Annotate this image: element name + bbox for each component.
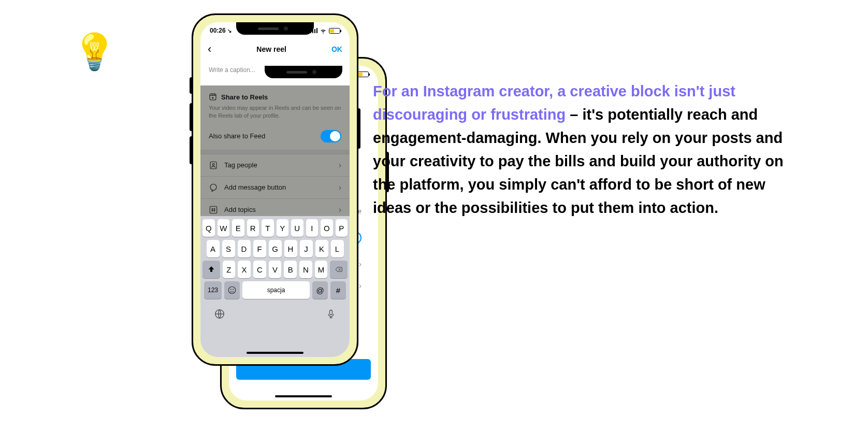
add-topics-row[interactable]: Add topics › xyxy=(200,198,350,216)
globe-icon[interactable] xyxy=(214,308,225,320)
key-d[interactable]: D xyxy=(238,240,251,257)
notch xyxy=(236,22,314,35)
key-o[interactable]: O xyxy=(321,219,333,237)
svg-rect-0 xyxy=(210,94,216,100)
share-reels-title: Share to Reels xyxy=(221,93,268,101)
key-p[interactable]: P xyxy=(336,219,348,237)
key-j[interactable]: J xyxy=(300,240,313,257)
emoji-key[interactable] xyxy=(224,281,240,299)
article-paragraph: For an Instagram creator, a creative blo… xyxy=(373,80,803,220)
key-i[interactable]: I xyxy=(306,219,319,237)
app-header: ‹ New reel OK xyxy=(200,40,350,59)
battery-icon xyxy=(329,28,340,34)
key-y[interactable]: Y xyxy=(277,219,289,237)
space-key[interactable]: spacja xyxy=(242,281,310,299)
chevron-right-icon: › xyxy=(359,260,361,269)
share-reels-desc: Your video may appear in Reels and can b… xyxy=(209,104,341,120)
phones-container: een on the › › 00:26 ↘ xyxy=(67,0,342,430)
side-button xyxy=(190,136,193,164)
back-button[interactable]: ‹ xyxy=(208,42,211,56)
options-panel: Share to Reels Your video may appear in … xyxy=(200,85,350,216)
notch xyxy=(265,66,342,78)
chevron-right-icon: › xyxy=(339,205,341,214)
key-q[interactable]: Q xyxy=(202,219,215,237)
side-button xyxy=(190,77,193,94)
add-message-row[interactable]: Add message button › xyxy=(200,176,350,198)
side-button xyxy=(190,103,193,131)
keyboard: QWERTYUIOP ASDFGHJKL ZXCVBNM 123 spacja … xyxy=(200,216,350,357)
hash-key[interactable]: # xyxy=(330,281,346,299)
side-button xyxy=(357,108,360,149)
home-indicator xyxy=(247,352,303,354)
also-share-feed-toggle[interactable] xyxy=(321,130,341,142)
battery-icon xyxy=(357,71,369,77)
svg-point-9 xyxy=(233,289,234,290)
key-w[interactable]: W xyxy=(218,219,230,237)
svg-point-2 xyxy=(212,163,214,165)
key-a[interactable]: A xyxy=(207,240,220,257)
also-share-feed-label: Also share to Feed xyxy=(209,132,265,140)
key-l[interactable]: L xyxy=(331,240,344,257)
backspace-icon xyxy=(334,266,343,273)
key-b[interactable]: B xyxy=(284,261,297,278)
key-m[interactable]: M xyxy=(315,261,328,278)
svg-point-8 xyxy=(230,289,232,290)
key-e[interactable]: E xyxy=(232,219,244,237)
also-share-feed-row: Also share to Feed xyxy=(200,123,350,150)
key-c[interactable]: C xyxy=(253,261,266,278)
svg-point-3 xyxy=(210,184,216,190)
chevron-right-icon: › xyxy=(339,183,341,192)
backspace-key[interactable] xyxy=(330,261,348,278)
tag-people-row[interactable]: Tag people › xyxy=(200,154,350,176)
message-icon xyxy=(209,183,218,192)
svg-point-7 xyxy=(228,286,236,294)
key-n[interactable]: N xyxy=(299,261,312,278)
chevron-right-icon: › xyxy=(359,281,361,291)
emoji-icon xyxy=(227,285,237,295)
header-title: New reel xyxy=(256,45,286,53)
status-time: 00:26 xyxy=(210,27,226,34)
svg-rect-4 xyxy=(210,206,217,213)
key-z[interactable]: Z xyxy=(223,261,236,278)
option-label: Add topics xyxy=(224,206,256,213)
home-indicator xyxy=(275,395,332,397)
key-r[interactable]: R xyxy=(247,219,259,237)
svg-rect-11 xyxy=(330,310,332,315)
key-f[interactable]: F xyxy=(253,240,266,257)
ok-button[interactable]: OK xyxy=(331,45,342,53)
numbers-key[interactable]: 123 xyxy=(204,281,222,299)
key-u[interactable]: U xyxy=(291,219,303,237)
at-key[interactable]: @ xyxy=(312,281,328,299)
shift-key[interactable] xyxy=(202,261,220,278)
option-label: Tag people xyxy=(224,161,257,169)
mic-icon[interactable] xyxy=(326,308,336,320)
key-s[interactable]: S xyxy=(222,240,235,257)
person-icon xyxy=(209,161,218,170)
key-v[interactable]: V xyxy=(269,261,282,278)
option-label: Add message button xyxy=(224,183,286,191)
hashtag-icon xyxy=(209,205,218,214)
key-k[interactable]: K xyxy=(315,240,328,257)
key-x[interactable]: X xyxy=(238,261,251,278)
key-g[interactable]: G xyxy=(269,240,282,257)
reels-icon xyxy=(209,93,217,101)
wifi-icon xyxy=(320,27,327,34)
caption-placeholder: Write a caption... xyxy=(209,66,255,74)
chevron-right-icon: › xyxy=(339,161,341,170)
key-t[interactable]: T xyxy=(262,219,274,237)
key-h[interactable]: H xyxy=(284,240,297,257)
shift-icon xyxy=(207,265,215,274)
location-arrow-icon: ↘ xyxy=(227,28,232,34)
